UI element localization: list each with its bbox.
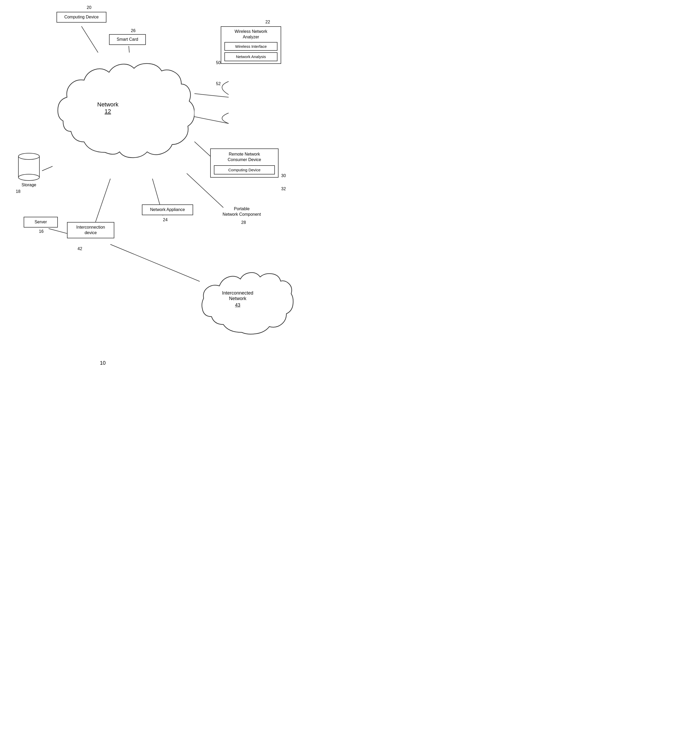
portable-network-label: PortableNetwork Component: [213, 206, 271, 217]
interconnection-device-box: Interconnectiondevice: [67, 222, 114, 238]
wna-number: 22: [265, 20, 270, 25]
svg-line-6: [95, 179, 110, 225]
network-analysis-box: Network Analysis: [224, 52, 277, 61]
network-analysis-label: Network Analysis: [236, 54, 266, 59]
remote-network-number: 30: [281, 173, 286, 178]
server-box: Server: [23, 217, 58, 228]
smart-card-number: 26: [131, 28, 135, 33]
svg-point-12: [19, 153, 39, 160]
network-appliance-number: 24: [163, 218, 168, 222]
interconnection-number: 42: [78, 247, 82, 251]
computing-device-inner-box: Computing Device: [214, 165, 275, 175]
network-appliance-box: Network Appliance: [142, 204, 193, 215]
portable-network-number: 28: [241, 220, 246, 225]
network-cloud-number: 12: [97, 108, 118, 115]
computing-device-box: Computing Device: [56, 12, 106, 23]
smart-card-box: Smart Card: [109, 34, 146, 45]
network-analysis-number: 52: [216, 81, 221, 86]
wireless-interface-box: Wireless Interface: [224, 42, 277, 51]
remote-network-consumer-box: Remote NetworkConsumer Device Computing …: [210, 148, 278, 178]
interconnected-network-number: 43: [222, 303, 253, 308]
computing-inner-number: 32: [281, 186, 286, 191]
storage-container: Storage: [16, 150, 42, 187]
interconnected-network-label: InterconnectedNetwork: [222, 291, 253, 301]
wireless-interface-number: 50: [216, 61, 221, 65]
interconnected-network-cloud: InterconnectedNetwork 43: [200, 266, 294, 339]
diagram-number: 10: [100, 360, 106, 366]
computing-device-number: 20: [87, 5, 92, 10]
storage-label: Storage: [22, 183, 36, 187]
server-number: 16: [39, 229, 44, 234]
storage-number: 18: [16, 189, 20, 194]
svg-point-13: [19, 174, 39, 180]
wireless-network-analyzer-label: Wireless NetworkAnalyzer: [224, 29, 277, 40]
remote-network-label: Remote NetworkConsumer Device: [214, 152, 275, 163]
wireless-network-analyzer-box: Wireless NetworkAnalyzer Wireless Interf…: [221, 26, 281, 64]
diagram: Computing Device 20 Smart Card 26 Wirele…: [0, 0, 350, 376]
computing-device-label: Computing Device: [64, 15, 99, 19]
interconnection-device-label: Interconnectiondevice: [76, 225, 105, 235]
computing-device-inner-label: Computing Device: [228, 168, 261, 172]
network-cloud: Network 12: [53, 53, 194, 173]
network-appliance-label: Network Appliance: [150, 207, 185, 212]
svg-line-3: [189, 116, 229, 123]
server-label: Server: [34, 220, 47, 224]
network-cloud-label: Network: [97, 101, 118, 108]
wireless-interface-label: Wireless Interface: [235, 44, 267, 49]
smart-card-label: Smart Card: [117, 37, 138, 42]
